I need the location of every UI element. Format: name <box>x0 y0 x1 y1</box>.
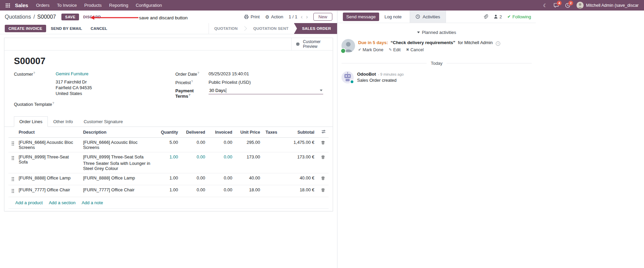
following-button[interactable]: ✔ Following <box>507 14 531 19</box>
col-product: Product <box>16 127 80 138</box>
followers-button[interactable]: 2 <box>493 14 502 19</box>
add-section-link[interactable]: Add a section <box>49 200 76 205</box>
new-button[interactable]: New <box>313 13 332 21</box>
step-quotation-sent[interactable]: QUOTATION SENT <box>248 23 294 34</box>
table-row: [FURN_8999] Three-Seat Sofa [FURN_8999] … <box>8 152 329 173</box>
message-time: - 9 minutes ago <box>378 72 404 76</box>
send-by-email-button[interactable]: SEND BY EMAIL <box>47 25 86 32</box>
cancel-activity-button[interactable]: ✖ Cancel <box>406 47 424 52</box>
tab-order-lines[interactable]: Order Lines <box>14 116 48 127</box>
pager-count[interactable]: 1 / 1 <box>289 14 297 19</box>
gear-icon: ⚙ <box>265 15 270 19</box>
menu-configuration[interactable]: Configuration <box>132 0 165 11</box>
create-invoice-button[interactable]: CREATE INVOICE <box>5 25 46 32</box>
planned-activities-header[interactable]: Planned activities <box>337 30 536 35</box>
activities-menu[interactable]: 2 <box>565 3 570 8</box>
pager-next-icon[interactable]: › <box>306 14 308 20</box>
table-row: [FURN_6666] Acoustic Bloc Screens [FURN_… <box>8 138 329 152</box>
cell-taxes[interactable] <box>263 185 285 197</box>
delete-row-button[interactable] <box>317 138 329 152</box>
delete-row-button[interactable] <box>317 152 329 173</box>
cell-unit-price[interactable]: 18.00 <box>235 185 263 197</box>
delete-row-button[interactable] <box>317 173 329 185</box>
cell-product[interactable]: [FURN_7777] Office Chair <box>16 185 80 197</box>
followers-icon <box>493 14 498 19</box>
menu-reporting[interactable]: Reporting <box>105 0 132 11</box>
info-icon[interactable]: i <box>496 41 500 46</box>
add-product-link[interactable]: Add a product <box>15 200 43 205</box>
print-button[interactable]: Print <box>244 14 260 19</box>
col-subtotal: Subtotal <box>285 127 317 138</box>
discard-button[interactable]: DISCARD <box>83 15 101 19</box>
col-description: Description <box>80 127 156 138</box>
user-name: Mitchell Admin (save_discar <box>586 3 639 8</box>
cell-description[interactable]: [FURN_7777] Office Chair <box>80 185 156 197</box>
delete-row-button[interactable] <box>317 185 329 197</box>
mark-done-button[interactable]: ✔ Mark Done <box>358 47 383 52</box>
odoo-window: Sales Orders To Invoice Products Reporti… <box>0 0 644 268</box>
order-date-field[interactable]: 05/25/2023 15:40:01 <box>209 71 249 76</box>
messages-menu[interactable]: 4 <box>553 3 559 8</box>
printer-icon <box>244 14 249 19</box>
app-brand[interactable]: Sales <box>15 2 28 8</box>
cell-unit-price[interactable]: 295.00 <box>235 138 263 152</box>
cell-taxes[interactable] <box>263 173 285 185</box>
cell-taxes[interactable] <box>263 138 285 152</box>
optional-columns-button[interactable] <box>317 127 329 138</box>
user-menu[interactable]: Mitchell Admin (save_discar <box>577 2 639 9</box>
trash-icon <box>321 188 325 192</box>
tab-customer-signature[interactable]: Customer Signature <box>78 116 129 127</box>
attachments-button[interactable] <box>483 14 488 19</box>
clock-icon <box>342 50 345 53</box>
payment-terms-field[interactable]: 30 Days <box>209 88 323 94</box>
activities-tab[interactable]: Activities <box>410 11 446 23</box>
menu-orders[interactable]: Orders <box>32 0 53 11</box>
drag-handle[interactable] <box>8 185 16 197</box>
dropdown-caret-icon[interactable] <box>320 90 323 91</box>
help-marker: ? <box>33 71 35 75</box>
pager-previous-icon[interactable]: ‹ <box>301 14 303 20</box>
menu-products[interactable]: Products <box>80 0 105 11</box>
cell-quantity[interactable]: 1.00 <box>156 173 181 185</box>
customer-value[interactable]: Gemini Furniture <box>56 71 89 76</box>
cell-description[interactable]: [FURN_6666] Acoustic Bloc Screens <box>80 138 156 152</box>
drag-handle[interactable] <box>8 138 16 152</box>
cell-quantity[interactable]: 1.00 <box>156 152 181 173</box>
cell-taxes[interactable] <box>263 152 285 173</box>
customer-label: Customer? <box>14 71 56 77</box>
cell-product[interactable]: [FURN_8999] Three-Seat Sofa <box>16 152 80 173</box>
step-sales-order[interactable]: SALES ORDER <box>294 23 337 34</box>
breadcrumb-quotations[interactable]: Quotations <box>5 14 31 20</box>
cell-unit-price[interactable]: 173.00 <box>235 152 263 173</box>
followers-count: 2 <box>500 14 502 19</box>
action-button[interactable]: ⚙ Action <box>265 14 284 19</box>
cancel-button[interactable]: CANCEL <box>87 25 111 32</box>
notebook: Order Lines Other Info Customer Signatur… <box>4 116 333 211</box>
apps-menu-button[interactable] <box>3 3 12 8</box>
menu-to-invoice[interactable]: To Invoice <box>53 0 81 11</box>
log-note-button[interactable]: Log note <box>382 13 405 21</box>
step-quotation[interactable]: QUOTATION <box>209 23 243 34</box>
save-button[interactable]: SAVE <box>61 14 79 20</box>
cell-quantity[interactable]: 1.00 <box>156 185 181 197</box>
cell-product[interactable]: [FURN_6666] Acoustic Bloc Screens <box>16 138 80 152</box>
chatter-topbar: Send message Log note Activities 2 <box>337 11 536 23</box>
edit-activity-button[interactable]: ✎ Edit <box>389 47 401 52</box>
drag-handle[interactable] <box>8 152 16 173</box>
dark-mode-toggle[interactable]: ☾ <box>543 3 548 8</box>
message-author[interactable]: OdooBot <box>357 72 376 77</box>
pricelist-field[interactable]: Public Pricelist (USD) <box>209 79 251 85</box>
send-message-button[interactable]: Send message <box>343 13 379 21</box>
cell-description[interactable]: [FURN_8999] Three-Seat Sofa Three Seater… <box>80 152 156 173</box>
add-note-link[interactable]: Add a note <box>82 200 103 205</box>
check-icon: ✔ <box>507 15 511 19</box>
cell-description[interactable]: [FURN_8888] Office Lamp <box>80 173 156 185</box>
pricelist-label: Pricelist? <box>175 79 209 85</box>
customer-preview-button[interactable]: Customer Preview <box>291 38 333 50</box>
tab-other-info[interactable]: Other Info <box>48 116 78 127</box>
cell-product[interactable]: [FURN_8888] Office Lamp <box>16 173 80 185</box>
cell-unit-price[interactable]: 40.00 <box>235 173 263 185</box>
drag-dots-icon <box>11 155 15 161</box>
cell-quantity[interactable]: 5.00 <box>156 138 181 152</box>
drag-handle[interactable] <box>8 173 16 185</box>
